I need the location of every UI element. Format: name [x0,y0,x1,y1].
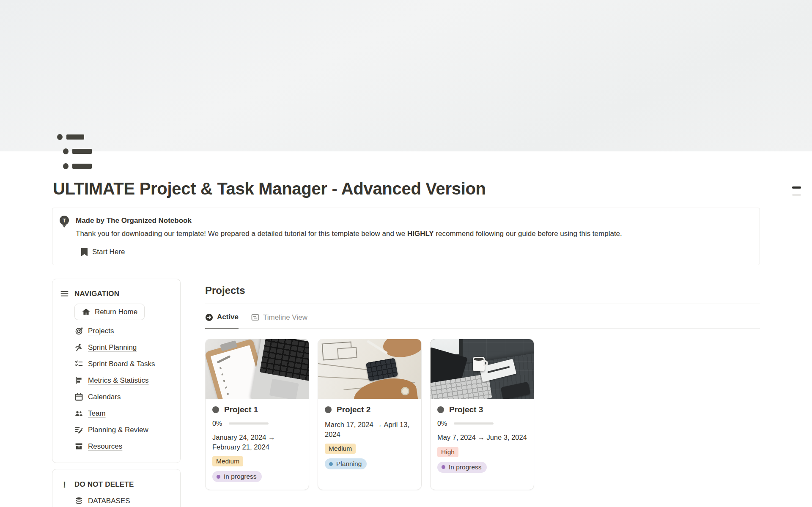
do-not-delete-title: DO NOT DELETE [74,480,134,489]
status-label: In progress [449,463,482,471]
page-container: ULTIMATE Project & Task Manager - Advanc… [0,134,812,507]
progress-bar [454,422,494,425]
sidebar-item-label: Team [88,409,106,418]
sidebar-item-label: Calendars [88,393,121,401]
callout-heading: Made by The Organized Notebook [76,217,622,225]
progress-row: 0% [212,420,302,428]
calendar-icon [74,392,83,401]
sidebar-item-label: DATABASES [88,497,130,505]
sidebar-item-sprint-planning[interactable]: Sprint Planning [74,343,173,352]
priority-tag: Medium [325,444,356,454]
sidebar-item-planning-review[interactable]: Planning & Review [74,425,173,434]
navigation-header: NAVIGATION [60,289,173,298]
project-dates: May 7, 2024 → June 3, 2024 [437,433,527,442]
navigation-box: NAVIGATION Return Home Projects Sprint P… [52,279,181,463]
sidebar-item-resources[interactable]: Resources [74,442,173,451]
database-icon [74,496,83,505]
exclamation-icon: ! [60,480,69,490]
card-body: Project 3 0% May 7, 2024 → June 3, 2024 … [431,399,534,479]
lightbulb-icon: T [59,216,70,227]
project-title: Project 3 [449,405,483,414]
calculator-shape [366,358,398,381]
sidebar-item-label: Sprint Planning [88,343,137,352]
checklist-icon [74,359,83,368]
callout-body: Thank you for downloading our template! … [76,228,622,239]
timeline-icon [251,313,259,321]
page-dot-icon [325,406,332,413]
runner-icon [74,343,83,352]
status-dot-icon [442,465,445,469]
keyboard-shape [260,339,309,381]
page-cover-image [0,0,812,151]
status-label: Planning [336,460,362,468]
status-pill: Planning [325,458,367,469]
project-gallery: Project 1 0% January 24, 2024 → February… [205,339,760,490]
page-dot-icon [437,406,444,413]
project-dates: March 17, 2024 → April 13, 2024 [325,420,414,439]
projects-heading: Projects [205,285,760,296]
priority-tag: Medium [212,456,243,466]
archive-icon [74,442,83,451]
do-not-delete-header: ! DO NOT DELETE [60,480,173,490]
navigation-list: Projects Sprint Planning Sprint Board & … [74,326,173,451]
progress-value: 0% [212,420,222,428]
return-home-label: Return Home [95,308,137,316]
project-card-2[interactable]: Project 2 March 17, 2024 → April 13, 202… [318,339,422,490]
trackpad-shape [269,379,299,399]
card-body: Project 1 0% January 24, 2024 → February… [206,399,309,489]
project-card-1[interactable]: Project 1 0% January 24, 2024 → February… [205,339,309,490]
minimize-icon[interactable] [792,186,801,189]
card-body: Project 2 March 17, 2024 → April 13, 202… [318,399,421,476]
hamburger-icon [60,289,69,298]
status-dot-icon [217,475,220,479]
sidebar-item-label: Projects [88,327,114,335]
start-here-label: Start Here [92,248,125,256]
tab-label: Timeline View [263,313,307,322]
callout-text: recommend following our guide before usi… [434,230,622,238]
project-title: Project 1 [224,405,258,414]
sidebar-item-databases[interactable]: DATABASES [74,496,173,505]
status-label: In progress [224,473,257,480]
navigation-title: NAVIGATION [74,290,119,298]
sidebar-item-sprint-board[interactable]: Sprint Board & Tasks [74,359,173,368]
sidebar-item-metrics[interactable]: Metrics & Statistics [74,376,173,385]
watch-shape [401,387,409,395]
sidebar-item-projects[interactable]: Projects [74,326,173,335]
blueprint-shape [337,347,357,359]
callout-text-bold: HIGHLY [407,230,434,238]
progress-row: 0% [437,420,527,428]
list-icon-row [63,163,93,169]
hand-shape [381,339,421,362]
sidebar-item-calendars[interactable]: Calendars [74,392,173,401]
sidebar-item-team[interactable]: Team [74,409,173,418]
list-icon-row [57,134,93,140]
laptop-shape [251,339,309,399]
compose-icon [74,425,83,434]
main-content: Projects Active Timeline View [205,279,760,490]
callout-text: Thank you for downloading our template! … [76,230,407,238]
project-card-3[interactable]: Project 3 0% May 7, 2024 → June 3, 2024 … [430,339,534,490]
start-here-link[interactable]: Start Here [81,248,622,256]
project-1-cover-photo [206,339,309,399]
section-divider [205,304,760,304]
people-icon [74,409,83,418]
sidebar-item-label: Metrics & Statistics [88,376,149,385]
home-icon [82,307,91,316]
return-home-button[interactable]: Return Home [74,304,145,320]
page-title: ULTIMATE Project & Task Manager - Advanc… [53,179,760,198]
tab-active[interactable]: Active [205,313,239,329]
callout-content: Made by The Organized Notebook Thank you… [76,216,622,256]
sidebar-item-label: Planning & Review [88,426,148,434]
status-pill: In progress [212,471,262,482]
progress-bar [229,422,269,425]
priority-tag: High [437,447,458,457]
do-not-delete-box: ! DO NOT DELETE DATABASES [52,469,181,507]
bar-chart-icon [74,376,83,385]
sidebar-item-label: Sprint Board & Tasks [88,360,155,368]
list-icon-row [63,148,93,155]
progress-value: 0% [437,420,447,428]
list-icon[interactable] [57,134,93,169]
tab-timeline-view[interactable]: Timeline View [251,313,307,328]
scroll-indicator [792,194,801,196]
view-tabs: Active Timeline View [205,313,760,329]
